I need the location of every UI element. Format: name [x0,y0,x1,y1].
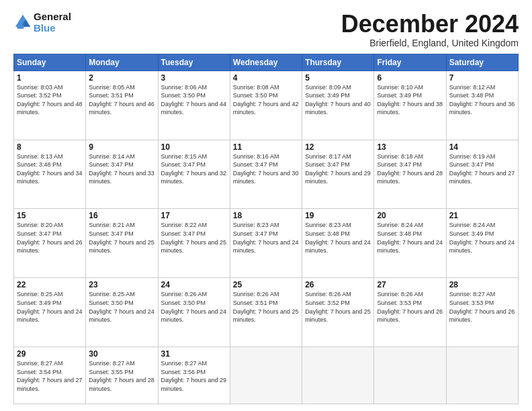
day-info: Sunrise: 8:14 AM Sunset: 3:47 PM Dayligh… [89,152,154,186]
day-info: Sunrise: 8:24 AM Sunset: 3:49 PM Dayligh… [449,221,515,255]
day-info: Sunrise: 8:27 AM Sunset: 3:54 PM Dayligh… [17,359,83,393]
col-thursday: Thursday [302,54,374,71]
day-cell: 4 Sunrise: 8:08 AM Sunset: 3:50 PM Dayli… [230,71,302,140]
day-number: 18 [233,211,299,220]
day-info: Sunrise: 8:26 AM Sunset: 3:53 PM Dayligh… [377,290,443,324]
day-cell: 13 Sunrise: 8:18 AM Sunset: 3:47 PM Dayl… [374,140,446,209]
day-cell: 22 Sunrise: 8:25 AM Sunset: 3:49 PM Dayl… [14,278,86,347]
day-info: Sunrise: 8:13 AM Sunset: 3:48 PM Dayligh… [17,152,83,186]
week-row-3: 15 Sunrise: 8:20 AM Sunset: 3:47 PM Dayl… [14,209,519,278]
day-number: 20 [377,211,443,220]
subtitle: Brierfield, England, United Kingdom [341,38,519,48]
logo-icon [13,13,32,32]
col-friday: Friday [374,54,446,71]
day-cell: 19 Sunrise: 8:23 AM Sunset: 3:48 PM Dayl… [302,209,374,278]
day-cell: 17 Sunrise: 8:22 AM Sunset: 3:47 PM Dayl… [158,209,230,278]
day-number: 25 [233,280,299,289]
day-cell [302,347,374,404]
logo-text: General Blue [34,11,71,34]
day-number: 13 [377,142,443,152]
day-info: Sunrise: 8:27 AM Sunset: 3:56 PM Dayligh… [161,359,227,393]
day-info: Sunrise: 8:03 AM Sunset: 3:52 PM Dayligh… [17,83,83,117]
day-cell: 24 Sunrise: 8:26 AM Sunset: 3:50 PM Dayl… [158,278,230,347]
day-number: 12 [305,142,371,152]
svg-rect-2 [17,25,24,29]
calendar-table: Sunday Monday Tuesday Wednesday Thursday… [13,54,519,404]
day-info: Sunrise: 8:18 AM Sunset: 3:47 PM Dayligh… [377,152,443,186]
day-info: Sunrise: 8:26 AM Sunset: 3:51 PM Dayligh… [233,290,299,324]
day-number: 28 [449,280,515,289]
day-number: 9 [89,142,154,152]
day-number: 26 [305,280,371,289]
day-cell: 20 Sunrise: 8:24 AM Sunset: 3:48 PM Dayl… [374,209,446,278]
day-number: 11 [233,142,299,152]
header-row: Sunday Monday Tuesday Wednesday Thursday… [14,54,519,71]
day-cell: 12 Sunrise: 8:17 AM Sunset: 3:47 PM Dayl… [302,140,374,209]
day-number: 27 [377,280,443,289]
day-cell: 8 Sunrise: 8:13 AM Sunset: 3:48 PM Dayli… [14,140,86,209]
day-number: 22 [17,280,83,289]
day-info: Sunrise: 8:26 AM Sunset: 3:50 PM Dayligh… [161,290,227,324]
day-cell: 7 Sunrise: 8:12 AM Sunset: 3:48 PM Dayli… [446,71,518,140]
day-info: Sunrise: 8:27 AM Sunset: 3:53 PM Dayligh… [449,290,515,324]
day-cell [446,347,518,404]
logo: General Blue [13,11,71,34]
day-cell: 23 Sunrise: 8:25 AM Sunset: 3:50 PM Dayl… [86,278,158,347]
day-info: Sunrise: 8:10 AM Sunset: 3:49 PM Dayligh… [377,83,443,117]
day-cell: 16 Sunrise: 8:21 AM Sunset: 3:47 PM Dayl… [86,209,158,278]
day-number: 21 [449,211,515,220]
day-number: 29 [17,349,83,359]
day-cell: 1 Sunrise: 8:03 AM Sunset: 3:52 PM Dayli… [14,71,86,140]
day-number: 5 [305,73,371,83]
day-info: Sunrise: 8:25 AM Sunset: 3:50 PM Dayligh… [89,290,154,324]
day-cell: 18 Sunrise: 8:23 AM Sunset: 3:47 PM Dayl… [230,209,302,278]
month-title: December 2024 [341,11,519,38]
page: General Blue December 2024 Brierfield, E… [0,0,532,411]
week-row-2: 8 Sunrise: 8:13 AM Sunset: 3:48 PM Dayli… [14,140,519,209]
day-number: 19 [305,211,371,220]
day-number: 10 [161,142,227,152]
day-cell: 5 Sunrise: 8:09 AM Sunset: 3:49 PM Dayli… [302,71,374,140]
week-row-5: 29 Sunrise: 8:27 AM Sunset: 3:54 PM Dayl… [14,347,519,404]
col-wednesday: Wednesday [230,54,302,71]
day-cell: 25 Sunrise: 8:26 AM Sunset: 3:51 PM Dayl… [230,278,302,347]
day-cell: 28 Sunrise: 8:27 AM Sunset: 3:53 PM Dayl… [446,278,518,347]
day-cell: 27 Sunrise: 8:26 AM Sunset: 3:53 PM Dayl… [374,278,446,347]
col-sunday: Sunday [14,54,86,71]
day-info: Sunrise: 8:16 AM Sunset: 3:47 PM Dayligh… [233,152,299,186]
day-info: Sunrise: 8:23 AM Sunset: 3:48 PM Dayligh… [305,221,371,255]
day-cell: 6 Sunrise: 8:10 AM Sunset: 3:49 PM Dayli… [374,71,446,140]
week-row-4: 22 Sunrise: 8:25 AM Sunset: 3:49 PM Dayl… [14,278,519,347]
day-info: Sunrise: 8:25 AM Sunset: 3:49 PM Dayligh… [17,290,83,324]
day-cell: 14 Sunrise: 8:19 AM Sunset: 3:47 PM Dayl… [446,140,518,209]
col-saturday: Saturday [446,54,518,71]
day-cell: 30 Sunrise: 8:27 AM Sunset: 3:55 PM Dayl… [86,347,158,404]
day-number: 6 [377,73,443,83]
day-info: Sunrise: 8:21 AM Sunset: 3:47 PM Dayligh… [89,221,154,255]
day-number: 24 [161,280,227,289]
day-info: Sunrise: 8:24 AM Sunset: 3:48 PM Dayligh… [377,221,443,255]
day-cell [230,347,302,404]
day-cell: 10 Sunrise: 8:15 AM Sunset: 3:47 PM Dayl… [158,140,230,209]
day-cell: 11 Sunrise: 8:16 AM Sunset: 3:47 PM Dayl… [230,140,302,209]
day-number: 30 [89,349,154,359]
col-monday: Monday [86,54,158,71]
day-number: 7 [449,73,515,83]
day-info: Sunrise: 8:20 AM Sunset: 3:47 PM Dayligh… [17,221,83,255]
day-number: 15 [17,211,83,220]
day-cell: 9 Sunrise: 8:14 AM Sunset: 3:47 PM Dayli… [86,140,158,209]
day-cell: 2 Sunrise: 8:05 AM Sunset: 3:51 PM Dayli… [86,71,158,140]
day-info: Sunrise: 8:09 AM Sunset: 3:49 PM Dayligh… [305,83,371,117]
day-number: 2 [89,73,154,83]
col-tuesday: Tuesday [158,54,230,71]
day-info: Sunrise: 8:05 AM Sunset: 3:51 PM Dayligh… [89,83,154,117]
day-number: 1 [17,73,83,83]
day-info: Sunrise: 8:26 AM Sunset: 3:52 PM Dayligh… [305,290,371,324]
day-info: Sunrise: 8:12 AM Sunset: 3:48 PM Dayligh… [449,83,515,117]
week-row-1: 1 Sunrise: 8:03 AM Sunset: 3:52 PM Dayli… [14,71,519,140]
day-cell: 3 Sunrise: 8:06 AM Sunset: 3:50 PM Dayli… [158,71,230,140]
title-block: December 2024 Brierfield, England, Unite… [341,11,519,48]
day-cell: 21 Sunrise: 8:24 AM Sunset: 3:49 PM Dayl… [446,209,518,278]
day-number: 16 [89,211,154,220]
day-number: 14 [449,142,515,152]
